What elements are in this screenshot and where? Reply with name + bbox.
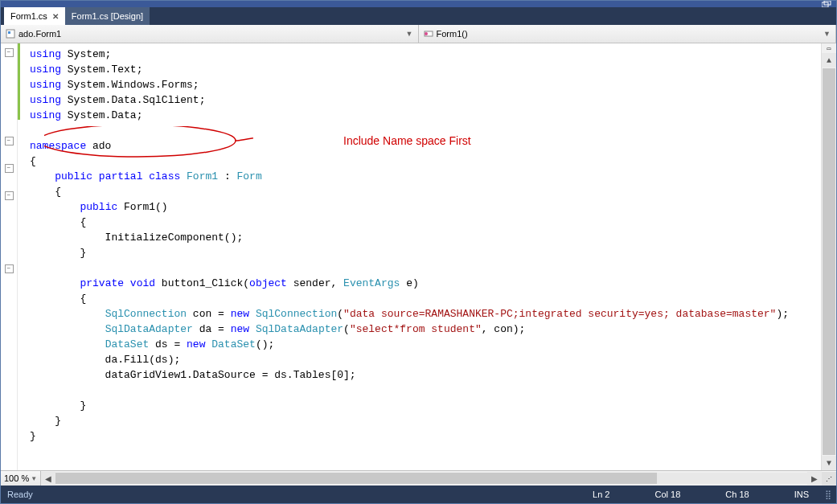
- navigation-bar: ado.Form1 ▼ Form1() ▼: [1, 25, 836, 43]
- split-icon[interactable]: ▭: [822, 43, 836, 53]
- collapse-toggle[interactable]: −: [5, 264, 14, 273]
- scroll-thumb[interactable]: [823, 68, 835, 455]
- code-editor[interactable]: using System; using System.Text; using S…: [22, 43, 821, 470]
- scroll-track[interactable]: [55, 473, 807, 484]
- editor-footer: 100 % ▼ ◀ ▶ ⋰: [1, 470, 836, 486]
- code-content[interactable]: using System; using System.Text; using S…: [22, 43, 821, 447]
- status-position: Ln 2 Col 18 Ch 18 INS: [593, 490, 809, 499]
- scroll-thumb[interactable]: [55, 473, 657, 484]
- document-tabs: Form1.cs ✕ Form1.cs [Design]: [1, 7, 836, 25]
- collapse-toggle[interactable]: −: [5, 48, 14, 57]
- resize-grip-icon[interactable]: ⣿: [825, 490, 830, 500]
- scroll-corner: ⋰: [822, 472, 836, 485]
- member-dropdown[interactable]: Form1() ▼: [419, 25, 837, 43]
- scroll-right-icon[interactable]: ▶: [807, 472, 822, 485]
- tab-label: Form1.cs [Design]: [72, 11, 143, 21]
- status-col: Col 18: [655, 490, 681, 499]
- svg-rect-3: [8, 31, 10, 34]
- method-icon: [424, 29, 433, 39]
- zoom-label: 100 %: [4, 473, 29, 483]
- chevron-down-icon: ▼: [31, 475, 37, 482]
- app-window: Form1.cs ✕ Form1.cs [Design] ado.Form1 ▼…: [0, 0, 837, 504]
- class-dropdown-label: ado.Form1: [18, 29, 61, 39]
- status-line: Ln 2: [593, 490, 609, 499]
- zoom-selector[interactable]: 100 % ▼: [1, 471, 41, 486]
- scroll-left-icon[interactable]: ◀: [41, 472, 55, 485]
- tab-form1-design[interactable]: Form1.cs [Design]: [65, 7, 150, 25]
- collapse-toggle[interactable]: −: [5, 137, 14, 145]
- tab-label: Form1.cs: [10, 11, 47, 21]
- restore-icon[interactable]: [822, 1, 831, 7]
- collapse-toggle[interactable]: −: [5, 191, 14, 200]
- editor-pane: − − − − − using System; using System.Tex…: [1, 43, 836, 470]
- class-icon: [6, 29, 15, 39]
- collapse-toggle[interactable]: −: [5, 164, 14, 173]
- class-dropdown[interactable]: ado.Form1 ▼: [1, 25, 419, 43]
- scroll-down-icon[interactable]: ▼: [822, 456, 836, 470]
- status-ins: INS: [794, 490, 809, 499]
- chevron-down-icon: ▼: [406, 30, 413, 38]
- title-strip: [1, 1, 836, 7]
- member-dropdown-label: Form1(): [437, 29, 468, 39]
- status-ch: Ch 18: [725, 490, 749, 499]
- status-ready: Ready: [7, 490, 33, 499]
- horizontal-scrollbar[interactable]: ◀ ▶: [41, 471, 822, 486]
- tab-form1-cs[interactable]: Form1.cs ✕: [4, 7, 65, 25]
- svg-point-5: [425, 32, 428, 35]
- close-icon[interactable]: ✕: [52, 12, 59, 21]
- chevron-down-icon: ▼: [823, 30, 831, 38]
- status-bar: Ready Ln 2 Col 18 Ch 18 INS ⣿: [1, 486, 836, 503]
- outline-gutter: − − − − −: [1, 43, 18, 470]
- vertical-scrollbar[interactable]: ▭ ▲ ▼: [821, 43, 836, 470]
- scroll-up-icon[interactable]: ▲: [822, 53, 836, 68]
